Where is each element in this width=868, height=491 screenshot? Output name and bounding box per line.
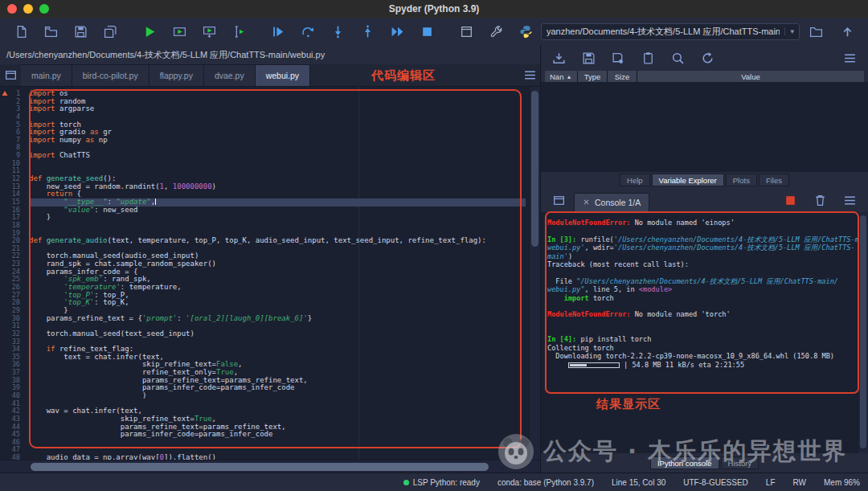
run-cell-button[interactable] [165,20,194,43]
browse-consoles-button[interactable] [544,189,574,211]
pane-tab-files[interactable]: Files [759,174,789,186]
new-file-button[interactable] [6,20,36,43]
run-button[interactable] [135,20,165,43]
console-token: runfile( [576,235,614,243]
code-line[interactable]: "value": new_seed [29,207,526,215]
remove-variables-button[interactable] [805,189,835,211]
code-line[interactable]: import argparse [29,105,526,113]
new-file-icon [14,25,28,39]
column-header-type[interactable]: Type [578,71,607,82]
varexp-options-menu-button[interactable] [835,47,865,69]
code-line[interactable]: import ChatTTS [29,152,526,160]
editor-vertical-scrollbar[interactable] [529,87,540,460]
import-data-button[interactable] [544,47,574,69]
console-pane-tab-ipython-console[interactable]: IPython console [650,456,719,469]
conda-env-status[interactable]: conda: base (Python 3.9.7) [497,478,594,487]
step-out-button[interactable] [353,20,383,43]
line-number[interactable]: 1 [0,90,27,98]
tools-button[interactable] [481,20,511,43]
refresh-button[interactable] [693,47,723,69]
browse-directory-button[interactable] [801,20,831,43]
code-line[interactable]: def generate_audio(text, temperature, to… [29,237,526,245]
editor-tab-webui.py[interactable]: webui.py [256,64,310,86]
python-path-button[interactable] [511,20,541,43]
editor-tab-flappy.py[interactable]: flappy.py [149,64,204,86]
maximize-pane-button[interactable] [452,20,481,43]
code-line[interactable] [29,144,526,152]
step-into-button[interactable] [323,20,353,43]
console-pane-tab-history[interactable]: History [721,456,760,469]
code-line[interactable] [29,113,526,121]
working-directory-combobox[interactable]: yanzhen/Documents/4-技术文档/5-LLM 应用/ChatTT… [541,23,800,40]
code-line[interactable]: ) [29,392,526,400]
scrollbar-thumb[interactable] [860,215,866,448]
close-window-button[interactable] [7,4,17,14]
console-vertical-scrollbar[interactable] [858,212,868,453]
console-tab[interactable]: Console 1/A [574,193,649,211]
scrollbar-thumb[interactable] [31,463,489,471]
editor-tab-main.py[interactable]: main.py [21,64,72,86]
run-selection-button[interactable] [224,20,254,43]
interrupt-kernel-button[interactable] [776,189,805,211]
zoom-window-button[interactable] [39,4,49,14]
stop-button[interactable] [412,20,442,43]
code-line[interactable]: params_infer_code=params_infer_code [29,431,526,439]
editor-tab-dvae.py[interactable]: dvae.py [204,64,256,86]
parent-directory-button[interactable] [833,20,862,43]
scrollbar-thumb[interactable] [531,91,538,247]
column-header-value[interactable]: Value [637,71,864,82]
search-button[interactable] [663,47,693,69]
step-over-button[interactable] [293,20,323,43]
column-header-nan[interactable]: Nan▲ [545,71,577,82]
editor-tab-bird-co-pilot.py[interactable]: bird-co-pilot.py [72,64,149,86]
debug-button[interactable] [264,20,293,43]
open-folder-button[interactable] [36,20,66,43]
save-button[interactable] [574,47,604,69]
code-line[interactable] [29,439,526,447]
file-path-label: /Users/chenyanzhen/Documents/4-技术文档/5-LL… [0,45,540,64]
save-as-button[interactable] [604,47,633,69]
code-token: import [29,136,55,144]
code-line[interactable]: import random [29,98,526,106]
browse-tabs-button[interactable] [0,64,21,86]
line-number[interactable]: 3 [0,105,27,113]
code-line[interactable]: import numpy as np [29,137,526,145]
line-number[interactable]: 5 [0,121,27,129]
console-line [547,302,857,310]
console-token: ModuleNotFoundError: [547,310,630,318]
code-line[interactable]: } [29,214,526,222]
minimize-window-button[interactable] [23,4,33,14]
console-options-menu-button[interactable] [835,189,865,211]
line-number[interactable]: 48 [0,454,27,460]
line-number[interactable]: 6 [0,129,27,137]
code-token: skip_refine_text= [29,415,194,423]
status-text: RW [793,478,806,487]
code-line[interactable]: import os [29,90,526,98]
pane-tab-plots[interactable]: Plots [726,174,757,186]
code-line[interactable]: params_refine_text = {'prompt': '[oral_2… [29,315,526,323]
column-header-size[interactable]: Size [608,71,637,82]
console-output[interactable]: ModuleNotFoundError: No module named 'ei… [541,212,868,453]
code-line[interactable]: 'top_K': top_K, [29,299,526,307]
pane-tab-help[interactable]: Help [620,174,650,186]
editor-horizontal-scrollbar[interactable] [0,460,540,473]
continue-button[interactable] [383,20,412,43]
code-editor[interactable]: 1234567891011121314151617181920212223242… [0,87,540,460]
code-line[interactable]: torch.manual_seed(text_seed_input) [29,330,526,338]
save-button[interactable] [66,20,96,43]
code-line[interactable] [29,160,526,168]
line-number[interactable]: 8 [0,144,27,152]
varexp-table[interactable] [541,82,868,172]
line-number[interactable]: 4 [0,113,27,121]
close-console-button[interactable] [583,198,590,206]
editor-options-menu-button[interactable] [519,64,540,86]
copy-button[interactable] [633,47,663,69]
code-line[interactable]: audio_data = np.array(wav[0]).flatten() [29,454,526,460]
run-cell-advance-button[interactable] [194,20,224,43]
code-line[interactable]: new_seed = random.randint(1, 100000000) [29,183,526,191]
save-all-button[interactable] [96,20,125,43]
line-number[interactable]: 7 [0,137,27,145]
line-number[interactable]: 2 [0,98,27,106]
pane-tab-variable-explorer[interactable]: Variable Explorer [652,174,724,186]
code-line[interactable] [29,222,526,230]
